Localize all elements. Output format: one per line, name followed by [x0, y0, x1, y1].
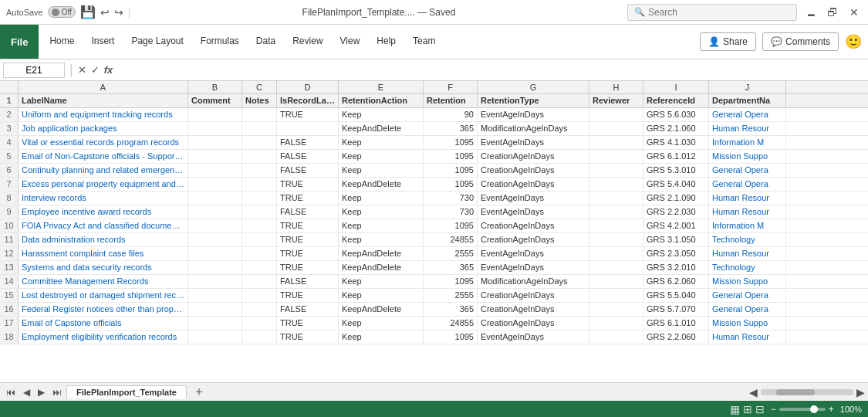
redo-icon[interactable]: ↪: [114, 6, 123, 19]
close-button[interactable]: ✕: [846, 6, 862, 19]
header-reference-id[interactable]: ReferenceId: [643, 94, 709, 107]
tab-insert[interactable]: Insert: [83, 25, 122, 59]
cell-reviewer[interactable]: [589, 136, 643, 149]
cell-retention-type[interactable]: CreationAgeInDays: [478, 233, 589, 246]
cell-isrecord[interactable]: TRUE: [277, 289, 339, 302]
scroll-thumb[interactable]: [776, 389, 815, 395]
cancel-formula-icon[interactable]: ✕: [78, 64, 86, 76]
cell-retention-action[interactable]: Keep: [339, 192, 424, 205]
cell-comment[interactable]: [188, 164, 242, 177]
tab-view[interactable]: View: [333, 25, 368, 59]
cell-comment[interactable]: [188, 205, 242, 219]
cell-comment[interactable]: [188, 233, 242, 246]
cell-retention-action[interactable]: KeepAndDelete: [339, 122, 424, 135]
cell-comment[interactable]: [188, 275, 242, 288]
cell-reference-id[interactable]: GRS 5.7.070: [643, 303, 709, 316]
cell-retention[interactable]: 730: [424, 192, 478, 205]
cell-dept[interactable]: General Opera: [709, 108, 786, 121]
cell-retention-type[interactable]: EventAgeInDays: [478, 192, 589, 205]
cell-reference-id[interactable]: GRS 2.1.090: [643, 192, 709, 205]
cell-comment[interactable]: [188, 303, 242, 316]
cell-reference-id[interactable]: GRS 6.1.012: [643, 150, 709, 163]
cell-labelname[interactable]: Job application packages: [19, 122, 188, 135]
cell-reviewer[interactable]: [589, 275, 643, 288]
cell-retention-action[interactable]: Keep: [339, 136, 424, 149]
cell-retention[interactable]: 730: [424, 205, 478, 219]
col-header-i[interactable]: I: [643, 81, 709, 93]
col-header-b[interactable]: B: [188, 81, 242, 93]
cell-comment[interactable]: [188, 317, 242, 330]
cell-retention-type[interactable]: ModificationAgeInDays: [478, 122, 589, 135]
cell-notes[interactable]: [242, 233, 277, 246]
cell-retention-action[interactable]: Keep: [339, 289, 424, 302]
cell-reference-id[interactable]: GRS 2.1.060: [643, 122, 709, 135]
cell-retention-type[interactable]: EventAgeInDays: [478, 261, 589, 274]
cell-labelname[interactable]: Email of Non-Capstone officials - Suppor…: [19, 150, 188, 163]
cell-isrecord[interactable]: FALSE: [277, 205, 339, 219]
cell-retention[interactable]: 2555: [424, 289, 478, 302]
cell-dept[interactable]: Mission Suppo: [709, 150, 786, 163]
cell-retention[interactable]: 1095: [424, 178, 478, 191]
cell-comment[interactable]: [188, 219, 242, 232]
cell-notes[interactable]: [242, 192, 277, 205]
tab-review[interactable]: Review: [285, 25, 330, 59]
cell-dept[interactable]: Information M: [709, 219, 786, 232]
cell-reference-id[interactable]: GRS 4.1.030: [643, 136, 709, 149]
cell-notes[interactable]: [242, 261, 277, 274]
cell-reviewer[interactable]: [589, 108, 643, 121]
cell-dept[interactable]: Human Resour: [709, 205, 786, 219]
cell-retention-type[interactable]: CreationAgeInDays: [478, 219, 589, 232]
cell-isrecord[interactable]: TRUE: [277, 233, 339, 246]
cell-retention-action[interactable]: Keep: [339, 317, 424, 330]
tab-team[interactable]: Team: [405, 25, 443, 59]
cell-comment[interactable]: [188, 178, 242, 191]
tab-help[interactable]: Help: [369, 25, 404, 59]
cell-reviewer[interactable]: [589, 289, 643, 302]
cell-isrecord[interactable]: TRUE: [277, 247, 339, 260]
cell-retention-action[interactable]: Keep: [339, 164, 424, 177]
tab-data[interactable]: Data: [248, 25, 283, 59]
cell-isrecord[interactable]: TRUE: [277, 178, 339, 191]
undo-icon[interactable]: ↩: [100, 6, 110, 19]
cell-comment[interactable]: [188, 247, 242, 260]
cell-retention-action[interactable]: KeepAndDelete: [339, 178, 424, 191]
cell-retention-action[interactable]: KeepAndDelete: [339, 261, 424, 274]
cell-reviewer[interactable]: [589, 192, 643, 205]
emoji-icon[interactable]: 🙂: [845, 33, 862, 50]
cell-notes[interactable]: [242, 219, 277, 232]
cell-dept[interactable]: Technology: [709, 233, 786, 246]
header-retention-action[interactable]: RetentionAction: [339, 94, 424, 107]
sheet-tab-main[interactable]: FilePlanImport_Template: [66, 385, 187, 398]
cell-dept[interactable]: Human Resour: [709, 331, 786, 344]
cell-retention-action[interactable]: Keep: [339, 331, 424, 344]
cell-dept[interactable]: Human Resour: [709, 247, 786, 260]
cell-notes[interactable]: [242, 164, 277, 177]
cell-retention-type[interactable]: EventAgeInDays: [478, 136, 589, 149]
cell-retention[interactable]: 24855: [424, 233, 478, 246]
header-comment[interactable]: Comment: [188, 94, 242, 107]
tab-page-layout[interactable]: Page Layout: [123, 25, 191, 59]
cell-retention[interactable]: 365: [424, 261, 478, 274]
cell-notes[interactable]: [242, 136, 277, 149]
zoom-in-icon[interactable]: +: [829, 404, 834, 415]
col-header-d[interactable]: D: [277, 81, 339, 93]
cell-retention[interactable]: 2555: [424, 247, 478, 260]
cell-reviewer[interactable]: [589, 164, 643, 177]
cell-retention-action[interactable]: Keep: [339, 219, 424, 232]
cell-retention-action[interactable]: Keep: [339, 205, 424, 219]
cell-reference-id[interactable]: GRS 3.1.050: [643, 233, 709, 246]
cell-notes[interactable]: [242, 317, 277, 330]
cell-reviewer[interactable]: [589, 303, 643, 316]
page-break-button[interactable]: ⊟: [755, 403, 765, 415]
cell-reference-id[interactable]: GRS 3.2.010: [643, 261, 709, 274]
cell-comment[interactable]: [188, 122, 242, 135]
cell-isrecord[interactable]: TRUE: [277, 317, 339, 330]
header-notes[interactable]: Notes: [242, 94, 277, 107]
cell-labelname[interactable]: FOIA Privacy Act and classified document…: [19, 219, 188, 232]
cell-labelname[interactable]: Data administration records: [19, 233, 188, 246]
sheet-nav-last[interactable]: ⏭: [49, 387, 65, 398]
cell-isrecord[interactable]: TRUE: [277, 331, 339, 344]
cell-comment[interactable]: [188, 136, 242, 149]
cell-dept[interactable]: Mission Suppo: [709, 275, 786, 288]
cell-labelname[interactable]: Employee incentive award records: [19, 205, 188, 219]
